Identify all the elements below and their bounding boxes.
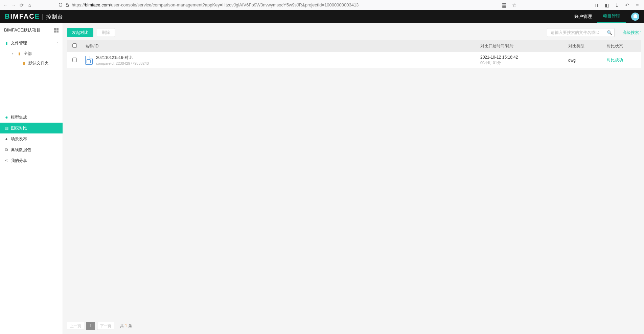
url-prefix: https:// — [72, 2, 85, 7]
reload-icon[interactable]: ⟳ — [19, 2, 24, 8]
search-icon[interactable]: 🔍 — [607, 30, 612, 35]
page-number[interactable]: 1 — [86, 322, 95, 330]
reader-icon[interactable]: ䷀ — [501, 2, 507, 8]
chevron-down-icon: ˅ — [640, 31, 641, 35]
library-icon[interactable]: ⫿⫿ — [594, 2, 599, 8]
logo-divider: | — [42, 13, 44, 20]
pocket-icon[interactable]: ⤓ — [614, 2, 620, 8]
header-time: 对比开始时间/耗时 — [478, 43, 566, 49]
browser-right-icons: ䷀ ☆ ⫿⫿ ◧ ⤓ ↶ ≡ — [501, 2, 641, 8]
sidebar-menu: ◈ 模型集成 ▥ 图模对比 ▲ 场景发布 ⧉ 离线数据包 < 我的分享 — [0, 112, 63, 166]
logo-text: BIMFACE — [5, 13, 40, 20]
menu-scene-publish[interactable]: ▲ 场景发布 — [0, 133, 63, 144]
undo-icon[interactable]: ↶ — [624, 2, 630, 8]
header-name: 名称/ID — [82, 43, 478, 49]
delete-button[interactable]: 删除 — [97, 28, 115, 37]
menu-model-integrate-label: 模型集成 — [11, 114, 27, 120]
folder-icon: ▮ — [4, 41, 9, 45]
browser-toolbar: ← → ⟳ ⌂ https://bimface.com/user-console… — [0, 0, 644, 10]
toolbar: 发起对比 删除 🔍 高级搜索 ˅ — [67, 27, 641, 38]
search-input[interactable] — [551, 30, 607, 35]
url-path: /user-console/service/comparison-managem… — [110, 2, 359, 7]
logo-subtitle: 控制台 — [46, 14, 63, 21]
table-header: 名称/ID 对比开始时间/耗时 对比类型 对比状态 — [67, 40, 641, 52]
sidebar: BIMFACE默认项目 ▮ 文件管理 ˄ ▾ ▮ 全部 ▮ 默认文件夹 — [0, 23, 63, 334]
menu-drawing-compare[interactable]: ▥ 图模对比 — [0, 123, 63, 133]
apps-grid-icon[interactable] — [54, 28, 59, 33]
row-type: dwg — [566, 58, 604, 63]
url-text: https://bimface.com/user-console/service… — [72, 2, 359, 7]
chevron-down-icon: ▾ — [10, 51, 15, 56]
start-compare-button[interactable]: 发起对比 — [67, 28, 93, 37]
tree-default-label: 默认文件夹 — [28, 60, 49, 66]
app-header: BIMFACE | 控制台 账户管理 项目管理 — [0, 10, 644, 23]
tree-all[interactable]: ▾ ▮ 全部 — [6, 49, 63, 58]
folder-icon: ▮ — [17, 51, 22, 56]
url-host: bimface.com — [85, 2, 110, 7]
menu-offline-pack[interactable]: ⧉ 离线数据包 — [0, 144, 63, 155]
url-bar[interactable]: https://bimface.com/user-console/service… — [55, 1, 499, 9]
row-time: 2021-10-12 15:16:42 — [480, 55, 563, 60]
project-selector[interactable]: BIMFACE默认项目 — [0, 23, 63, 37]
package-icon: ⧉ — [4, 147, 9, 152]
chevron-up-icon: ˄ — [57, 41, 59, 45]
project-name: BIMFACE默认项目 — [4, 27, 41, 33]
menu-my-share-label: 我的分享 — [11, 158, 27, 164]
menu-my-share[interactable]: < 我的分享 — [0, 155, 63, 166]
app-logo: BIMFACE | 控制台 — [5, 13, 63, 21]
sidebar-icon[interactable]: ◧ — [604, 2, 610, 8]
nav-account[interactable]: 账户管理 — [569, 11, 597, 23]
compare-icon: ▥ — [4, 126, 9, 130]
total-count: 共 1 条 — [120, 323, 132, 329]
menu-offline-pack-label: 离线数据包 — [11, 147, 31, 153]
share-icon: < — [4, 158, 9, 163]
row-id: compareId: 2230429779838240 — [96, 61, 149, 65]
row-checkbox[interactable] — [72, 58, 77, 62]
menu-scene-publish-label: 场景发布 — [11, 136, 27, 142]
next-page-button[interactable]: 下一页 — [97, 322, 114, 330]
file-icon — [85, 56, 93, 65]
svg-rect-0 — [66, 5, 69, 6]
tree-all-label: 全部 — [24, 51, 32, 57]
prev-page-button[interactable]: 上一页 — [67, 322, 84, 330]
home-icon[interactable]: ⌂ — [27, 2, 32, 8]
header-type: 对比类型 — [566, 43, 604, 49]
nav-project[interactable]: 项目管理 — [597, 10, 626, 23]
tree-default-folder[interactable]: ▮ 默认文件夹 — [18, 58, 63, 68]
comparison-table: 名称/ID 对比开始时间/耗时 对比类型 对比状态 202110121516-对… — [67, 40, 641, 68]
menu-drawing-compare-label: 图模对比 — [11, 125, 27, 131]
shield-icon — [58, 3, 63, 7]
lock-icon — [65, 3, 70, 7]
advanced-search-label: 高级搜索 — [623, 30, 639, 36]
bookmark-star-icon[interactable]: ☆ — [511, 2, 517, 8]
publish-icon: ▲ — [4, 137, 9, 141]
stack-icon: ◈ — [4, 115, 9, 120]
header-status: 对比状态 — [604, 43, 641, 49]
menu-icon[interactable]: ≡ — [635, 2, 640, 8]
pagination: 上一页 1 下一页 共 1 条 — [67, 319, 641, 331]
row-duration: 00小时 01分 — [480, 60, 563, 65]
file-mgmt-label: 文件管理 — [11, 40, 27, 46]
forward-icon[interactable]: → — [11, 2, 16, 8]
row-name: 202110121516-对比 — [96, 55, 149, 61]
menu-model-integrate[interactable]: ◈ 模型集成 — [0, 112, 63, 123]
main-content: 发起对比 删除 🔍 高级搜索 ˅ 名称/ID 对比开始时间/耗时 对比类型 对比… — [63, 23, 644, 334]
select-all-checkbox[interactable] — [72, 43, 77, 48]
back-icon[interactable]: ← — [3, 2, 8, 8]
search-box[interactable]: 🔍 — [547, 28, 615, 37]
avatar[interactable] — [631, 13, 639, 21]
row-status: 对比成功 — [604, 57, 641, 63]
advanced-search[interactable]: 高级搜索 ˅ — [623, 30, 641, 36]
folder-icon: ▮ — [22, 61, 26, 65]
table-row[interactable]: 202110121516-对比 compareId: 2230429779838… — [67, 52, 641, 68]
sidebar-file-management[interactable]: ▮ 文件管理 ˄ — [0, 37, 63, 49]
